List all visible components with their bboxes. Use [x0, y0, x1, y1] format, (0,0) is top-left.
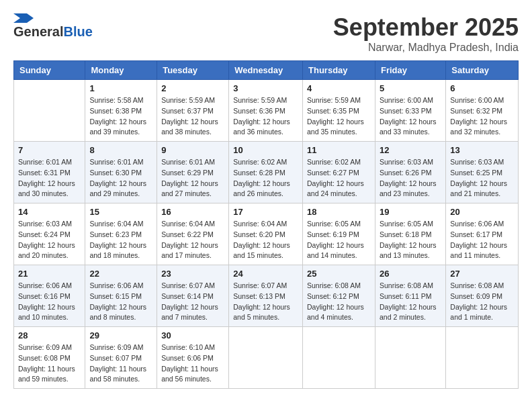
weekday-header: Saturday	[446, 61, 519, 80]
weekday-header: Wednesday	[229, 61, 303, 80]
day-number: 22	[89, 269, 152, 279]
day-number: 19	[380, 207, 441, 217]
day-info: Sunrise: 6:04 AM Sunset: 6:23 PM Dayligh…	[89, 219, 152, 261]
day-info: Sunrise: 6:03 AM Sunset: 6:25 PM Dayligh…	[450, 157, 514, 199]
day-info: Sunrise: 6:09 AM Sunset: 6:07 PM Dayligh…	[89, 342, 152, 385]
day-number: 6	[450, 83, 514, 93]
calendar-cell: 21Sunrise: 6:06 AM Sunset: 6:16 PM Dayli…	[14, 265, 85, 327]
day-info: Sunrise: 6:02 AM Sunset: 6:27 PM Dayligh…	[307, 157, 371, 199]
calendar-cell	[446, 327, 519, 389]
calendar-cell: 2Sunrise: 5:59 AM Sunset: 6:37 PM Daylig…	[157, 80, 229, 142]
calendar-cell: 8Sunrise: 6:01 AM Sunset: 6:30 PM Daylig…	[85, 142, 157, 203]
day-number: 3	[233, 83, 298, 93]
day-number: 9	[161, 145, 224, 155]
day-info: Sunrise: 6:04 AM Sunset: 6:20 PM Dayligh…	[233, 219, 298, 261]
calendar-week-row: 28Sunrise: 6:09 AM Sunset: 6:08 PM Dayli…	[14, 327, 519, 389]
calendar-cell: 4Sunrise: 5:59 AM Sunset: 6:35 PM Daylig…	[303, 80, 375, 142]
calendar-cell: 28Sunrise: 6:09 AM Sunset: 6:08 PM Dayli…	[14, 327, 85, 389]
calendar-cell: 25Sunrise: 6:08 AM Sunset: 6:12 PM Dayli…	[303, 265, 375, 327]
day-number: 12	[380, 145, 441, 155]
day-info: Sunrise: 6:10 AM Sunset: 6:06 PM Dayligh…	[161, 342, 224, 385]
calendar-cell: 27Sunrise: 6:08 AM Sunset: 6:09 PM Dayli…	[446, 265, 519, 327]
calendar-cell: 11Sunrise: 6:02 AM Sunset: 6:27 PM Dayli…	[303, 142, 375, 203]
day-number: 25	[307, 269, 371, 279]
day-number: 13	[450, 145, 514, 155]
day-info: Sunrise: 6:01 AM Sunset: 6:31 PM Dayligh…	[18, 157, 81, 199]
day-number: 5	[380, 83, 441, 93]
day-info: Sunrise: 6:01 AM Sunset: 6:30 PM Dayligh…	[89, 157, 152, 199]
day-number: 30	[161, 330, 224, 340]
day-info: Sunrise: 6:03 AM Sunset: 6:24 PM Dayligh…	[18, 219, 81, 261]
logo: General Blue	[13, 13, 93, 40]
calendar-cell: 5Sunrise: 6:00 AM Sunset: 6:33 PM Daylig…	[375, 80, 445, 142]
day-info: Sunrise: 6:09 AM Sunset: 6:08 PM Dayligh…	[18, 342, 81, 385]
day-number: 27	[450, 269, 514, 279]
calendar-cell	[229, 327, 303, 389]
day-number: 21	[18, 269, 81, 279]
day-info: Sunrise: 6:03 AM Sunset: 6:26 PM Dayligh…	[380, 157, 441, 199]
day-number: 29	[89, 330, 152, 340]
calendar-week-row: 14Sunrise: 6:03 AM Sunset: 6:24 PM Dayli…	[14, 203, 519, 265]
day-number: 17	[233, 207, 298, 217]
calendar-cell	[303, 327, 375, 389]
day-number: 26	[380, 269, 441, 279]
calendar-header-row: SundayMondayTuesdayWednesdayThursdayFrid…	[14, 61, 519, 80]
calendar-cell: 24Sunrise: 6:07 AM Sunset: 6:13 PM Dayli…	[229, 265, 303, 327]
weekday-header: Tuesday	[157, 61, 229, 80]
day-info: Sunrise: 5:59 AM Sunset: 6:37 PM Dayligh…	[161, 95, 224, 138]
day-number: 16	[161, 207, 224, 217]
calendar-cell: 1Sunrise: 5:58 AM Sunset: 6:38 PM Daylig…	[85, 80, 157, 142]
day-info: Sunrise: 6:06 AM Sunset: 6:15 PM Dayligh…	[89, 281, 152, 323]
location: Narwar, Madhya Pradesh, India	[333, 42, 519, 54]
day-info: Sunrise: 6:08 AM Sunset: 6:12 PM Dayligh…	[307, 281, 371, 323]
calendar-cell: 3Sunrise: 5:59 AM Sunset: 6:36 PM Daylig…	[229, 80, 303, 142]
calendar-cell: 12Sunrise: 6:03 AM Sunset: 6:26 PM Dayli…	[375, 142, 445, 203]
calendar-cell: 10Sunrise: 6:02 AM Sunset: 6:28 PM Dayli…	[229, 142, 303, 203]
weekday-header: Thursday	[303, 61, 375, 80]
day-number: 18	[307, 207, 371, 217]
day-info: Sunrise: 6:00 AM Sunset: 6:33 PM Dayligh…	[380, 95, 441, 138]
calendar-cell: 7Sunrise: 6:01 AM Sunset: 6:31 PM Daylig…	[14, 142, 85, 203]
day-number: 23	[161, 269, 224, 279]
calendar-cell: 18Sunrise: 6:05 AM Sunset: 6:19 PM Dayli…	[303, 203, 375, 265]
day-info: Sunrise: 6:08 AM Sunset: 6:11 PM Dayligh…	[380, 281, 441, 323]
day-info: Sunrise: 5:58 AM Sunset: 6:38 PM Dayligh…	[89, 95, 152, 138]
day-number: 7	[18, 145, 81, 155]
day-number: 15	[89, 207, 152, 217]
calendar-cell: 6Sunrise: 6:00 AM Sunset: 6:32 PM Daylig…	[446, 80, 519, 142]
calendar-cell: 13Sunrise: 6:03 AM Sunset: 6:25 PM Dayli…	[446, 142, 519, 203]
month-title: September 2025	[333, 13, 519, 42]
day-number: 14	[18, 207, 81, 217]
calendar-table: SundayMondayTuesdayWednesdayThursdayFrid…	[13, 60, 519, 389]
logo-text-blue: Blue	[63, 24, 92, 40]
page-header: General Blue September 2025 Narwar, Madh…	[13, 13, 519, 54]
logo-icon	[13, 13, 34, 23]
day-info: Sunrise: 6:06 AM Sunset: 6:17 PM Dayligh…	[450, 219, 514, 261]
day-info: Sunrise: 6:08 AM Sunset: 6:09 PM Dayligh…	[450, 281, 514, 323]
day-number: 1	[89, 83, 152, 93]
day-info: Sunrise: 6:04 AM Sunset: 6:22 PM Dayligh…	[161, 219, 224, 261]
calendar-cell: 23Sunrise: 6:07 AM Sunset: 6:14 PM Dayli…	[157, 265, 229, 327]
title-block: September 2025 Narwar, Madhya Pradesh, I…	[333, 13, 519, 54]
day-number: 20	[450, 207, 514, 217]
day-number: 28	[18, 330, 81, 340]
day-info: Sunrise: 6:00 AM Sunset: 6:32 PM Dayligh…	[450, 95, 514, 138]
calendar-cell: 29Sunrise: 6:09 AM Sunset: 6:07 PM Dayli…	[85, 327, 157, 389]
day-info: Sunrise: 6:02 AM Sunset: 6:28 PM Dayligh…	[233, 157, 298, 199]
day-number: 2	[161, 83, 224, 93]
day-info: Sunrise: 5:59 AM Sunset: 6:35 PM Dayligh…	[307, 95, 371, 138]
calendar-cell: 26Sunrise: 6:08 AM Sunset: 6:11 PM Dayli…	[375, 265, 445, 327]
calendar-cell: 20Sunrise: 6:06 AM Sunset: 6:17 PM Dayli…	[446, 203, 519, 265]
calendar-cell: 17Sunrise: 6:04 AM Sunset: 6:20 PM Dayli…	[229, 203, 303, 265]
weekday-header: Friday	[375, 61, 445, 80]
weekday-header: Monday	[85, 61, 157, 80]
day-info: Sunrise: 6:01 AM Sunset: 6:29 PM Dayligh…	[161, 157, 224, 199]
day-info: Sunrise: 6:06 AM Sunset: 6:16 PM Dayligh…	[18, 281, 81, 323]
calendar-cell	[14, 80, 85, 142]
calendar-cell: 30Sunrise: 6:10 AM Sunset: 6:06 PM Dayli…	[157, 327, 229, 389]
calendar-cell	[375, 327, 445, 389]
day-info: Sunrise: 6:07 AM Sunset: 6:13 PM Dayligh…	[233, 281, 298, 323]
day-info: Sunrise: 6:05 AM Sunset: 6:18 PM Dayligh…	[380, 219, 441, 261]
calendar-cell: 15Sunrise: 6:04 AM Sunset: 6:23 PM Dayli…	[85, 203, 157, 265]
day-number: 4	[307, 83, 371, 93]
